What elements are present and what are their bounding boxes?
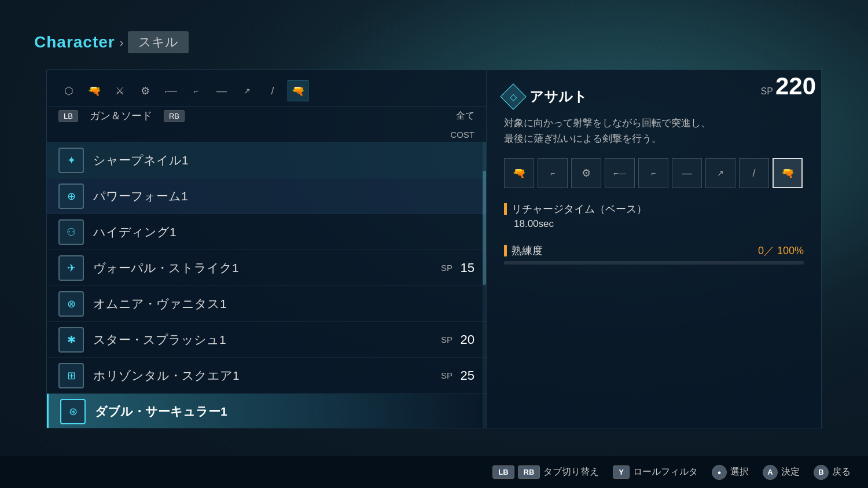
compat-icon-r1: ⌐ — [538, 158, 568, 188]
lb-button[interactable]: LB — [58, 110, 78, 122]
compat-icon-pistol-active: 🔫 — [773, 158, 803, 188]
roll-filter-label: ロールフィルタ — [633, 466, 698, 478]
detail-panel: ◇ アサルト 対象に向かって射撃をしながら回転で突進し、 最後に薙ぎ払いによる剣… — [487, 70, 821, 428]
skill-name: スター・スプラッシュ1 — [93, 332, 441, 348]
skill-item[interactable]: ✱ スター・スプラッシュ1 SP 20 — [47, 322, 486, 358]
scroll-thumb — [483, 171, 486, 285]
breadcrumb-character[interactable]: Character — [34, 33, 115, 52]
compat-icon-sniper: ↗ — [705, 158, 735, 188]
ls-badge[interactable]: ● — [712, 465, 727, 480]
decide-label: 決定 — [781, 466, 800, 478]
detail-title: アサルト — [529, 87, 587, 106]
y-badge[interactable]: Y — [613, 465, 630, 479]
skill-item[interactable]: ⊗ オムニア・ヴァニタス1 — [47, 286, 486, 322]
weapon-tab-rifle1[interactable]: ⌐— — [160, 80, 181, 101]
skill-name: ハイディング1 — [93, 224, 475, 240]
skill-item[interactable]: ✈ ヴォーパル・ストライク1 SP 15 — [47, 250, 486, 286]
back-label: 戻る — [832, 466, 851, 478]
compat-icon-gun: 🔫 — [504, 158, 534, 188]
weapon-tab-sword[interactable]: ⚔ — [109, 80, 130, 101]
skill-sp-label: SP — [441, 335, 453, 344]
detail-header: ◇ アサルト — [504, 87, 804, 106]
recharge-value: 18.00sec — [506, 218, 804, 230]
recharge-stat: リチャージタイム（ベース） 18.00sec — [504, 202, 804, 230]
weapon-tab-hex[interactable]: ⬡ — [58, 80, 79, 101]
compat-icon-r3: ⌐ — [638, 158, 668, 188]
select-label: 選択 — [730, 466, 749, 478]
compat-icon-slash: / — [739, 158, 769, 188]
cost-header: COST — [47, 127, 486, 142]
skill-item[interactable]: ⚇ ハイディング1 — [47, 214, 486, 250]
b-badge[interactable]: B — [814, 465, 829, 480]
mastery-block: 熟練度 0／ 100% — [504, 244, 804, 265]
weapon-tab-slash[interactable]: / — [262, 80, 283, 101]
skill-icon: ⊞ — [58, 363, 84, 388]
weapon-tab-sniper[interactable]: ↗ — [237, 80, 258, 101]
weapon-tabs: ⬡ 🔫 ⚔ ⚙ ⌐— ⌐ — ↗ / 🔫 — [47, 70, 486, 107]
roll-filter-group: Y ロールフィルタ — [613, 465, 698, 479]
skill-sp-value: 15 — [457, 260, 475, 276]
skill-icon: ✈ — [58, 255, 84, 281]
stat-indicator — [504, 203, 507, 215]
skill-list: ✦ シャープネイル1 ⊕ パワーフォーム1 ⚇ ハイディング1 ✈ ヴォーパル・… — [47, 142, 486, 428]
compat-icon-tool: ⚙ — [571, 158, 601, 188]
weapon-tab-pistol[interactable]: 🔫 — [288, 80, 308, 101]
mastery-label: 熟練度 — [512, 244, 543, 258]
bottom-bar: LB RB タブ切り替え Y ロールフィルタ ● 選択 A 決定 B 戻る — [0, 456, 868, 488]
sp-display: SP220 — [761, 74, 816, 98]
lb-badge[interactable]: LB — [492, 465, 514, 479]
weapon-tab-gun[interactable]: 🔫 — [84, 80, 105, 101]
detail-skill-icon: ◇ — [500, 83, 526, 109]
skill-name: シャープネイル1 — [93, 152, 475, 168]
skill-name: ヴォーパル・ストライク1 — [93, 260, 441, 276]
weapon-tab-rod[interactable]: — — [211, 80, 232, 101]
recharge-label: リチャージタイム（ベース） — [512, 202, 647, 216]
rb-badge[interactable]: RB — [518, 465, 540, 479]
select-group: ● 選択 — [712, 465, 749, 480]
main-panel: ⬡ 🔫 ⚔ ⚙ ⌐— ⌐ — ↗ / 🔫 LB ガン＆ソード RB 全て COS… — [46, 69, 822, 428]
skill-icon: ✱ — [58, 327, 84, 353]
tab-switch-group: LB RB タブ切り替え — [492, 465, 599, 479]
nav-row: LB ガン＆ソード RB 全て — [47, 107, 486, 127]
skill-sp-label: SP — [441, 370, 453, 380]
breadcrumb-skills[interactable]: スキル — [128, 31, 189, 53]
scroll-indicator[interactable] — [483, 142, 486, 428]
sp-value: 220 — [775, 72, 816, 100]
weapon-tab-rifle2[interactable]: ⌐ — [186, 80, 207, 101]
skill-name: オムニア・ヴァニタス1 — [93, 296, 475, 312]
tab-switch-label: タブ切り替え — [543, 466, 599, 478]
mastery-bar-background — [504, 261, 804, 265]
skill-icon: ✦ — [58, 148, 84, 173]
skill-sp-value: 25 — [457, 368, 475, 383]
skill-name: ダブル・サーキュラー1 — [95, 403, 475, 420]
skill-icon: ⊛ — [60, 399, 86, 424]
breadcrumb: Character › スキル — [34, 31, 189, 53]
skill-icon: ⊗ — [58, 291, 84, 317]
mastery-indicator — [504, 245, 507, 256]
skill-item-active[interactable]: ⊛ ダブル・サーキュラー1 — [47, 394, 486, 428]
weapon-compat-row: 🔫 ⌐ ⚙ ⌐— ⌐ — ↗ / 🔫 — [504, 158, 804, 188]
skill-name: パワーフォーム1 — [93, 188, 475, 204]
breadcrumb-arrow: › — [120, 36, 124, 49]
skill-sp-label: SP — [441, 263, 453, 273]
skill-item[interactable]: ⊕ パワーフォーム1 — [47, 178, 486, 214]
skill-sp-value: 20 — [457, 332, 475, 347]
skill-list-panel: ⬡ 🔫 ⚔ ⚙ ⌐— ⌐ — ↗ / 🔫 LB ガン＆ソード RB 全て COS… — [47, 70, 487, 428]
sp-label: SP — [761, 86, 773, 96]
skill-name: ホリゾンタル・スクエア1 — [93, 368, 441, 384]
skill-item[interactable]: ✦ シャープネイル1 — [47, 142, 486, 178]
decide-group: A 決定 — [763, 465, 800, 480]
detail-description: 対象に向かって射撃をしながら回転で突進し、 最後に薙ぎ払いによる剣撃を行う。 — [504, 115, 804, 146]
skill-item[interactable]: ⊞ ホリゾンタル・スクエア1 SP 25 — [47, 358, 486, 394]
weapon-tab-tool[interactable]: ⚙ — [135, 80, 156, 101]
back-group: B 戻る — [814, 465, 851, 480]
gun-sword-label: ガン＆ソード — [90, 109, 152, 123]
skill-icon: ⊕ — [58, 184, 84, 209]
a-badge[interactable]: A — [763, 465, 778, 480]
mastery-value: 0／ 100% — [758, 244, 804, 258]
compat-icon-rod: — — [672, 158, 702, 188]
compat-icon-r2: ⌐— — [605, 158, 635, 188]
rb-button[interactable]: RB — [164, 110, 185, 122]
skill-icon: ⚇ — [58, 219, 84, 245]
all-label[interactable]: 全て — [456, 110, 475, 122]
